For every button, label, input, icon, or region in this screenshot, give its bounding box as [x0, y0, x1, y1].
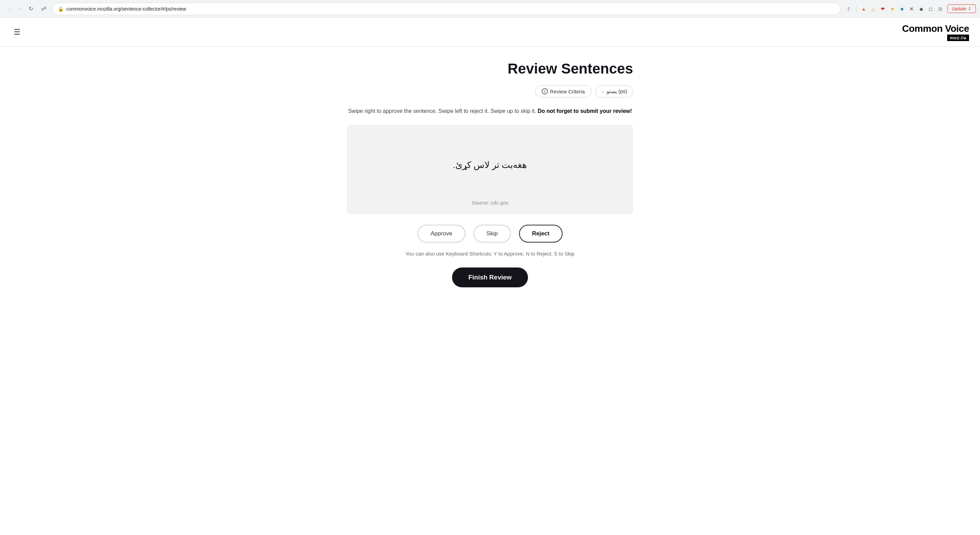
page-title: Review Sentences: [347, 60, 633, 77]
keyboard-hint: You can also use Keyboard Shortcuts: Y t…: [347, 251, 633, 257]
site-header: ☰ Common Voice moz://a: [0, 18, 980, 47]
instruction-bold: Do not forget to submit your review!: [538, 108, 632, 114]
warning-icon[interactable]: △: [869, 5, 878, 13]
url-text: commonvoice.mozilla.org/sentence-collect…: [66, 6, 835, 12]
logo-badge: moz://a: [947, 35, 969, 41]
hamburger-button[interactable]: ☰: [11, 26, 23, 38]
extension-icons: ▲ △ ❤ ★ ■ ✖ ◆ ◻ ⚖: [859, 5, 945, 13]
main-content: Review Sentences i Review Criteria ⌄ پښت…: [336, 47, 644, 308]
ext6-icon[interactable]: ◻: [926, 5, 935, 13]
share-button[interactable]: ⇧: [844, 4, 853, 14]
approve-button[interactable]: Approve: [417, 225, 465, 243]
logo-title: Common Voice: [902, 23, 969, 34]
language-dropdown[interactable]: ⌄ پښتو (ps): [595, 85, 633, 97]
sentence-card: هغه‌بت تر لاس کړئ. Source: cdc.gov: [347, 125, 633, 214]
site-logo: Common Voice moz://a: [902, 23, 969, 41]
reload-button[interactable]: ↻: [26, 4, 36, 14]
language-label: پښتو (ps): [607, 88, 627, 94]
hamburger-icon: ☰: [14, 28, 21, 37]
skip-button[interactable]: Skip: [474, 225, 511, 243]
browser-actions: ⇧ ▲ △ ❤ ★ ■ ✖ ◆ ◻ ⚖ Update ⇩: [844, 4, 976, 14]
separator: [856, 5, 856, 12]
review-criteria-button[interactable]: i Review Criteria: [535, 85, 591, 97]
ext2-icon[interactable]: ★: [888, 5, 897, 13]
nav-buttons: ← → ↻: [4, 4, 36, 14]
puzzle-icon[interactable]: ⚖: [936, 5, 945, 13]
update-button[interactable]: Update ⇩: [948, 5, 976, 13]
ext5-icon[interactable]: ◆: [917, 5, 926, 13]
review-criteria-label: Review Criteria: [550, 89, 585, 94]
instruction-text: Swipe right to approve the sentence. Swi…: [347, 107, 633, 115]
finish-review-button[interactable]: Finish Review: [452, 268, 528, 287]
forward-button[interactable]: →: [15, 4, 25, 14]
sentence-source: Source: cdc.gov: [363, 200, 617, 206]
back-button[interactable]: ←: [4, 4, 14, 14]
reject-button[interactable]: Reject: [519, 225, 563, 243]
update-arrow-icon: ⇩: [968, 6, 972, 11]
page: ☰ Common Voice moz://a Review Sentences …: [0, 18, 980, 535]
info-icon: i: [542, 88, 548, 94]
address-bar[interactable]: 🔒 commonvoice.mozilla.org/sentence-colle…: [52, 3, 840, 15]
brave-icon[interactable]: ▲: [859, 5, 868, 13]
ext4-icon[interactable]: ✖: [907, 5, 916, 13]
update-label: Update: [952, 6, 966, 11]
ext3-icon[interactable]: ■: [897, 5, 907, 13]
chevron-down-icon: ⌄: [601, 89, 605, 94]
lock-icon: 🔒: [58, 6, 64, 12]
instruction-main: Swipe right to approve the sentence. Swi…: [348, 108, 538, 114]
browser-chrome: ← → ↻ ☍ 🔒 commonvoice.mozilla.org/senten…: [0, 0, 980, 18]
sentence-text: هغه‌بت تر لاس کړئ.: [363, 138, 617, 192]
bookmark-button[interactable]: ☍: [39, 4, 49, 14]
ext1-icon[interactable]: ❤: [878, 5, 887, 13]
finish-review-container: Finish Review: [347, 268, 633, 287]
controls-row: i Review Criteria ⌄ پښتو (ps): [347, 85, 633, 97]
action-buttons: Approve Skip Reject: [347, 225, 633, 243]
